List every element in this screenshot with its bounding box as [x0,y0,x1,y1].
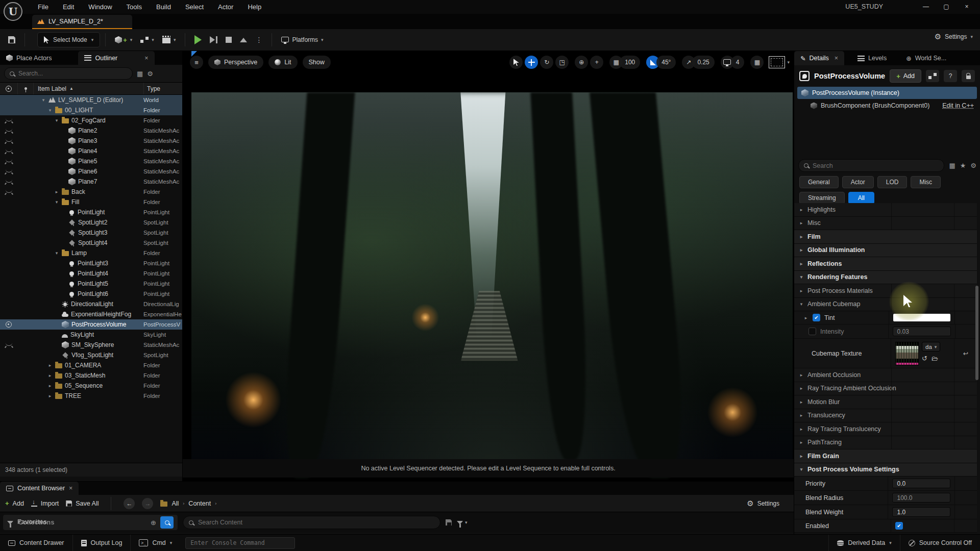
menu-item[interactable]: Build [149,1,178,13]
details-section-row[interactable]: ▸ Post Process Materials [794,284,977,298]
details-section-row[interactable]: ▸ Highlights [794,203,977,217]
unreal-logo-icon[interactable]: U [4,2,22,21]
details-section-row[interactable]: ▾ Rendering Features [794,271,977,285]
output-log-button[interactable]: Output Log [73,535,131,551]
filter-chip[interactable]: Misc [911,176,941,188]
visibility-icon[interactable] [6,129,12,132]
blend-weight-input[interactable]: 1.0 [892,507,950,517]
play-options-button[interactable]: ⋮ [251,33,266,47]
sort-item-label[interactable]: Item Label ▲ [34,85,143,92]
visibility-icon[interactable] [6,321,12,328]
add-actor-button[interactable]: + ▾ [111,33,136,47]
edit-in-cpp-link[interactable]: Edit in C++ [942,102,974,109]
menu-item[interactable]: Actor [211,1,240,13]
filter-chip[interactable]: Streaming [799,192,845,204]
details-section-row[interactable]: ▾ Ambient Cubemap [794,298,977,312]
details-section-row[interactable]: ▸ Translucency [794,409,977,423]
table-row[interactable]: Plane4 StaticMeshAc [0,146,182,156]
details-section-row[interactable]: ▸ Ray Tracing Ambient Occlusion [794,382,977,396]
move-tool-button[interactable] [525,56,538,69]
table-row[interactable]: ▾ Fill Folder [0,197,182,207]
details-section-row[interactable]: ▸ Ambient Occlusion [794,368,977,382]
rotate-tool-button[interactable]: ↻ [540,56,553,69]
outliner-search-input[interactable] [18,70,127,77]
filter-chip[interactable]: LOD [877,176,908,188]
cinematics-button[interactable]: ▾ [158,33,180,47]
table-row[interactable]: SM_SkySphere StaticMeshAc [0,340,182,350]
content-filters-button[interactable]: ▾ [457,520,468,525]
blueprints-button[interactable]: ▾ [136,33,158,47]
derived-data-button[interactable]: Derived Data ▾ [828,535,899,551]
content-drawer-button[interactable]: Content Drawer [0,535,73,551]
view-mode-dropdown[interactable]: Lit [268,56,297,69]
source-control-button[interactable]: Source Control Off [900,535,980,551]
breadcrumb-content[interactable]: Content [188,500,211,507]
reset-property-icon[interactable]: ↩ [954,350,977,357]
visibility-icon[interactable] [6,118,12,121]
filter-chip[interactable]: All [848,192,874,204]
back-button[interactable]: ← [124,498,135,509]
table-row[interactable]: ▸ 01_CAMERA Folder [0,360,182,370]
forward-button[interactable]: → [142,498,153,509]
table-row[interactable]: Vfog_SpotLight SpotLight [0,350,182,360]
scale-snap-value[interactable]: 0.25 [692,56,714,69]
add-collection-icon[interactable]: ⊕ [151,519,156,527]
visibility-icon[interactable] [6,159,12,162]
expander-icon[interactable]: ▾ [47,108,53,113]
table-row[interactable]: PointLight3 PointLight [0,258,182,268]
select-mode-dropdown[interactable]: Select Mode ▾ [37,32,100,47]
tab-world-settings[interactable]: ⊕ World Se... [900,51,952,65]
sources-search-button[interactable] [160,516,174,529]
select-tool-button[interactable] [509,56,523,69]
layout-preview[interactable] [769,56,785,68]
table-row[interactable]: Plane2 StaticMeshAc [0,126,182,136]
details-section-row[interactable]: ▸ PathTracing [794,436,977,450]
expander-icon[interactable]: ▸ [47,383,53,388]
table-row[interactable]: ▾ Lamp Folder [0,248,182,258]
outliner-search[interactable] [4,67,133,80]
world-space-button[interactable]: ⊕ [575,56,588,69]
console-command-input[interactable] [185,537,295,549]
visibility-column-icon[interactable] [6,86,12,92]
cubemap-asset-dropdown[interactable]: da ▾ [922,342,940,352]
table-row[interactable]: DirectionalLight DirectionalLig [0,299,182,309]
table-row[interactable]: SkyLight SkyLight [0,330,182,340]
table-row[interactable]: Plane6 StaticMeshAc [0,166,182,177]
show-dropdown[interactable]: Show [303,56,331,69]
close-button[interactable]: × [957,0,977,13]
details-settings-icon[interactable]: ⚙ [970,162,976,169]
asset-tab-level[interactable]: LV_SAMPLE_D_2* [32,15,132,29]
platforms-dropdown[interactable]: Platforms ▾ [277,33,327,47]
cmd-dropdown[interactable]: >_ Cmd ▾ [131,535,180,551]
outliner-layers-icon[interactable]: ▦ [137,70,143,78]
table-row[interactable]: ▸ TREE Folder [0,391,182,401]
help-button[interactable]: ? [944,70,957,82]
details-search[interactable] [798,159,944,172]
save-search-icon[interactable] [446,519,452,525]
expander-icon[interactable]: ▾ [54,251,59,256]
menu-item[interactable]: Edit [56,1,81,13]
restore-button[interactable]: ▢ [936,0,957,13]
visibility-icon[interactable] [6,343,12,346]
tab-place-actors[interactable]: Place Actors [0,51,58,65]
add-component-button[interactable]: + Add [890,69,921,83]
details-section-row[interactable]: ▸ Reflections [794,257,977,271]
table-row[interactable]: ▸ 05_Sequence Folder [0,381,182,391]
table-row[interactable]: PointLight PointLight [0,207,182,217]
console-input[interactable] [190,539,290,546]
level-viewport[interactable]: ≡ Perspective Lit Show ↻ ◳ ⊕ + ▦ 100 [183,51,794,481]
menu-item[interactable]: Select [178,1,211,13]
cubemap-thumbnail[interactable] [895,342,919,365]
priority-input[interactable]: 0.0 [892,479,950,488]
cb-import-button[interactable]: Import [31,500,59,507]
table-row[interactable]: ▾ 02_FogCard Folder [0,115,182,126]
camera-speed-value[interactable]: 4 [731,56,745,69]
tint-checkbox[interactable]: ✔ [813,314,820,321]
visibility-icon[interactable] [6,190,12,193]
grid-snap-value[interactable]: 100 [620,56,640,69]
layout-chevron-icon[interactable]: ▾ [787,60,790,65]
details-section-row[interactable]: ▸ Film [794,230,977,244]
table-row[interactable]: PointLight4 PointLight [0,268,182,279]
content-search-input[interactable] [198,519,434,526]
details-section-row[interactable]: ▸ Global Illumination [794,244,977,258]
